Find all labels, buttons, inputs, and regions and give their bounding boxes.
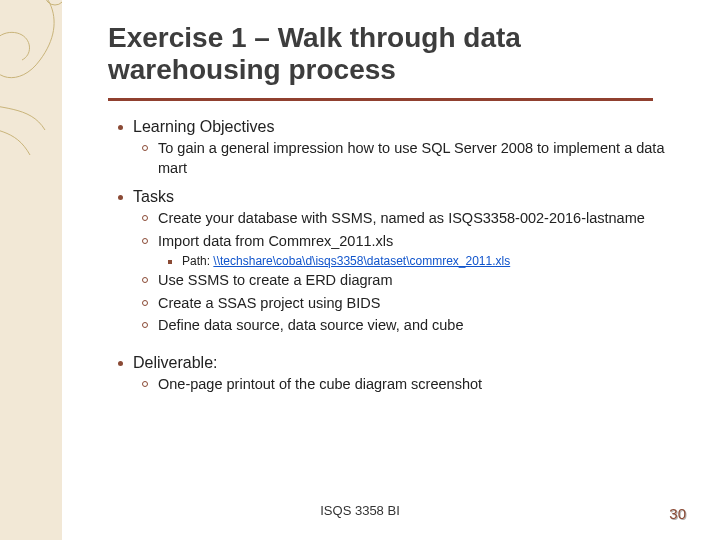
page-number: 30	[669, 505, 686, 522]
path-label: Path:	[182, 254, 213, 268]
footer-course: ISQS 3358 BI	[0, 503, 720, 518]
deliverable-item: One-page printout of the cube diagram sc…	[158, 375, 482, 395]
decorative-sidebar	[0, 0, 62, 540]
task-item: Use SSMS to create a ERD diagram	[158, 271, 393, 291]
bullet-icon	[118, 125, 123, 130]
subbullet-icon	[142, 322, 148, 328]
bullet-icon	[118, 361, 123, 366]
svg-point-0	[45, 0, 62, 5]
swirl-decoration	[0, 0, 62, 160]
slide-body: Learning Objectives To gain a general im…	[118, 112, 678, 395]
title-underline	[108, 98, 653, 101]
subbullet-icon	[142, 238, 148, 244]
task-item: Import data from Commrex_2011.xls	[158, 232, 393, 252]
subbullet-icon	[142, 215, 148, 221]
task-item: Create your database with SSMS, named as…	[158, 209, 645, 229]
subbullet-icon	[142, 277, 148, 283]
bullet-icon	[118, 195, 123, 200]
slide-title: Exercise 1 – Walk through data warehousi…	[108, 22, 668, 86]
section-heading-tasks: Tasks	[133, 188, 174, 206]
subbullet-icon	[142, 300, 148, 306]
section-heading-deliverable: Deliverable:	[133, 354, 217, 372]
task-item: Create a SSAS project using BIDS	[158, 294, 380, 314]
subbullet-icon	[142, 381, 148, 387]
task-path: Path: \\techshare\coba\d\isqs3358\datase…	[182, 254, 510, 268]
path-link[interactable]: \\techshare\coba\d\isqs3358\dataset\comm…	[213, 254, 510, 268]
section-heading-learning: Learning Objectives	[133, 118, 274, 136]
subsubbullet-icon	[168, 260, 172, 264]
subbullet-icon	[142, 145, 148, 151]
learning-item: To gain a general impression how to use …	[158, 139, 678, 178]
task-item: Define data source, data source view, an…	[158, 316, 464, 336]
